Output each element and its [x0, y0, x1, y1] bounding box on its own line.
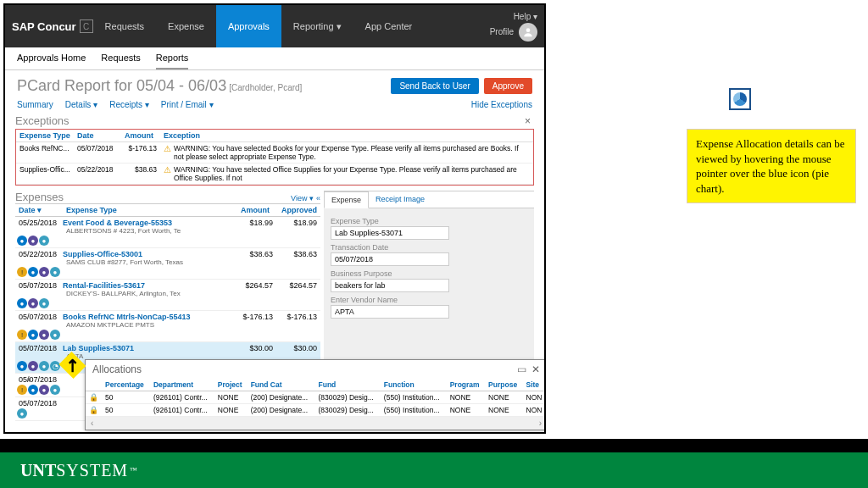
- teal-status-icon: ●: [50, 385, 60, 395]
- view-menu[interactable]: View ▾: [291, 194, 314, 202]
- expenses-title: Expenses: [15, 191, 64, 203]
- orange-status-icon: !: [17, 330, 27, 340]
- alloc-col[interactable]: Project: [214, 379, 248, 391]
- concur-window: SAP Concur C RequestsExpenseApprovalsRep…: [3, 3, 546, 434]
- tab-expense[interactable]: Expense: [324, 191, 369, 208]
- tab-print[interactable]: Print / Email ▾: [161, 100, 214, 109]
- alloc-col[interactable]: Fund: [315, 379, 381, 391]
- tab-receipts[interactable]: Receipts ▾: [109, 100, 149, 109]
- avatar-icon[interactable]: [519, 23, 537, 42]
- teal-status-icon: ●: [50, 267, 60, 277]
- divider-bar: [0, 439, 868, 452]
- nav-approvals[interactable]: Approvals: [216, 5, 281, 47]
- svg-point-0: [526, 28, 531, 32]
- exc-col-date[interactable]: Date: [74, 130, 121, 141]
- label-transaction-date: Transaction Date: [331, 243, 527, 252]
- footer-light: SYSTEM: [56, 461, 128, 480]
- expense-row[interactable]: 05/22/2018Supplies-Office-53001SAMS CLUB…: [15, 248, 320, 280]
- alloc-col[interactable]: Department: [150, 379, 214, 391]
- blue-status-icon: ●: [28, 267, 38, 277]
- send-back-button[interactable]: Send Back to User: [391, 78, 478, 94]
- hide-exceptions-link[interactable]: Hide Exceptions: [471, 100, 532, 109]
- approve-button[interactable]: Approve: [484, 78, 532, 94]
- brand-text: SAP Concur: [12, 20, 76, 33]
- top-navbar: SAP Concur C RequestsExpenseApprovalsRep…: [5, 5, 544, 47]
- purple-status-icon: ●: [39, 330, 49, 340]
- exc-col-type[interactable]: Expense Type: [16, 130, 74, 141]
- field-transaction-date[interactable]: 05/07/2018: [331, 252, 449, 266]
- page-subtitle: [Cardholder, Pcard]: [229, 83, 302, 92]
- collapse-icon[interactable]: «: [316, 194, 320, 202]
- purple-status-icon: ●: [39, 385, 49, 395]
- allocation-row[interactable]: 🔒50(926101) Contr...NONE(200) Designate.…: [86, 391, 546, 404]
- teal-status-icon: ●: [39, 236, 49, 246]
- nav-requests[interactable]: Requests: [93, 5, 156, 47]
- report-tabs: Summary Details ▾ Receipts ▾ Print / Ema…: [5, 98, 544, 114]
- help-link[interactable]: Help ▾: [514, 12, 537, 21]
- profile-link[interactable]: Profile: [490, 27, 514, 36]
- exceptions-panel: Exceptions × Expense Type Date Amount Ex…: [15, 114, 534, 186]
- alloc-col[interactable]: Function: [381, 379, 447, 391]
- exp-col-date[interactable]: Date ▾: [15, 204, 63, 216]
- blue-status-icon: ●: [17, 236, 27, 246]
- exception-row[interactable]: Books RefNC...05/07/2018$-176.13⚠WARNING…: [16, 142, 533, 164]
- exc-col-amount[interactable]: Amount: [121, 130, 160, 141]
- blue-status-icon: ●: [28, 330, 38, 340]
- alloc-col[interactable]: Purpose: [485, 379, 522, 391]
- subnav-requests[interactable]: Requests: [101, 53, 140, 69]
- tab-details[interactable]: Details ▾: [65, 100, 97, 109]
- allocations-popup: Allocations ▭ ✕ PercentageDepartmentProj…: [85, 359, 546, 430]
- nav-right: Help ▾ Profile: [490, 12, 537, 42]
- warning-icon: ⚠: [164, 144, 171, 161]
- purple-status-icon: ●: [39, 267, 49, 277]
- teal-status-icon: ●: [39, 361, 49, 371]
- field-vendor-name[interactable]: APTA: [331, 305, 449, 319]
- warning-icon: ⚠: [164, 165, 171, 182]
- sub-nav: Approvals HomeRequestsReports: [5, 47, 544, 70]
- expense-row[interactable]: 05/07/2018Rental-Facilities-53617DICKEY'…: [15, 280, 320, 311]
- exp-col-type[interactable]: Expense Type: [63, 204, 225, 216]
- field-expense-type[interactable]: Lab Supplies-53071: [331, 226, 449, 240]
- tab-summary[interactable]: Summary: [17, 100, 53, 109]
- maximize-icon[interactable]: ▭: [517, 363, 526, 375]
- page-title: PCard Report for 05/04 - 06/03: [17, 77, 226, 94]
- subnav-reports[interactable]: Reports: [156, 53, 189, 69]
- lock-icon: 🔒: [89, 406, 98, 414]
- nav-expense[interactable]: Expense: [156, 5, 216, 47]
- scroll-bar[interactable]: ‹›: [86, 417, 546, 430]
- exc-col-exception[interactable]: Exception: [160, 130, 533, 141]
- alloc-col[interactable]: Site: [523, 379, 547, 391]
- blue-status-icon: ●: [17, 298, 27, 308]
- allocation-row[interactable]: 🔒50(926101) Contr...NONE(200) Designate.…: [86, 404, 546, 417]
- orange-status-icon: !: [17, 385, 27, 395]
- nav-app-center[interactable]: App Center: [353, 5, 425, 47]
- orange-status-icon: !: [17, 267, 27, 277]
- lock-icon: 🔒: [89, 393, 98, 402]
- close-icon[interactable]: ✕: [531, 363, 540, 375]
- pie-chart-icon[interactable]: ◔: [50, 361, 60, 371]
- alloc-col[interactable]: Fund Cat: [248, 379, 315, 391]
- purple-status-icon: ●: [28, 361, 38, 371]
- exp-col-amount[interactable]: Amount: [225, 204, 273, 216]
- chevron-down-icon[interactable]: ▾: [27, 375, 31, 384]
- exp-col-approved[interactable]: Approved: [273, 204, 320, 216]
- exceptions-title: Exceptions: [15, 114, 70, 127]
- tab-receipt-image[interactable]: Receipt Image: [369, 191, 431, 208]
- expense-row[interactable]: 05/07/2018Books RefrNC Mtrls-NonCap-5541…: [15, 311, 320, 342]
- expense-row[interactable]: 05/25/2018Event Food & Beverage-55353ALB…: [15, 217, 320, 248]
- main-nav: RequestsExpenseApprovalsReporting ▾App C…: [93, 5, 425, 47]
- field-business-purpose[interactable]: beakers for lab: [331, 279, 449, 292]
- close-icon[interactable]: ×: [521, 115, 534, 127]
- alloc-col[interactable]: Percentage: [102, 379, 150, 391]
- pie-chart-icon: [729, 88, 751, 110]
- allocations-title: Allocations: [92, 363, 142, 375]
- teal-status-icon: ●: [50, 330, 60, 340]
- label-expense-type: Expense Type: [331, 217, 527, 225]
- exception-row[interactable]: Supplies-Offic...05/22/2018$38.63⚠WARNIN…: [16, 164, 533, 185]
- blue-status-icon: ●: [28, 385, 38, 395]
- nav-reporting-[interactable]: Reporting ▾: [281, 5, 353, 47]
- alloc-col[interactable]: Program: [447, 379, 485, 391]
- page-header: PCard Report for 05/04 - 06/03 [Cardhold…: [5, 70, 544, 98]
- purple-status-icon: ●: [28, 298, 38, 308]
- subnav-approvals-home[interactable]: Approvals Home: [17, 53, 86, 69]
